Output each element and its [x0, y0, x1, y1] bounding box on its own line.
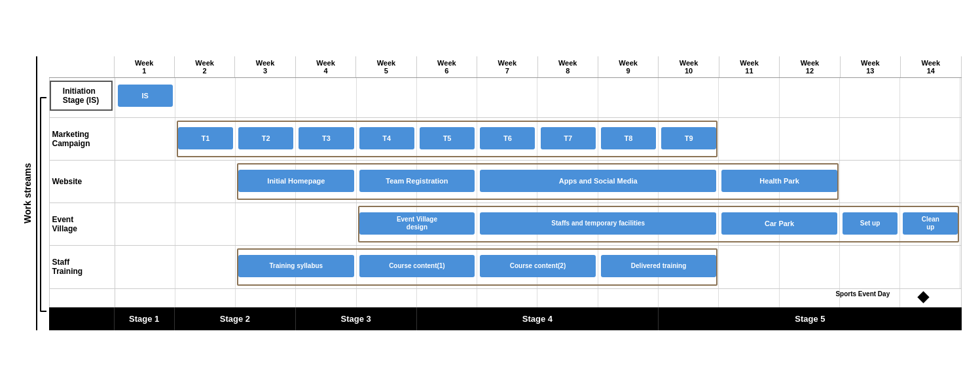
st-cell-14: [900, 246, 960, 288]
ws-cell-5: [357, 161, 417, 203]
ws-cell-12: [780, 161, 840, 203]
event-village-label: EventVillage: [50, 203, 115, 245]
week-header-6: Week6: [417, 56, 477, 77]
ws-cell-2: [175, 161, 236, 203]
stage-3: Stage 3: [296, 307, 417, 330]
mc-cell-7: [477, 118, 537, 160]
ws-cell-13: [840, 161, 900, 203]
gantt-main: Week1 Week2 Week3 Week4 Week5 Week6 Week…: [49, 56, 962, 330]
cell-is-9: [598, 78, 659, 117]
mc-cell-8: [537, 118, 598, 160]
mc-cell-10: [659, 118, 719, 160]
week-header-5: Week5: [356, 56, 416, 77]
mc-cell-5: [357, 118, 417, 160]
cell-is-10: [659, 78, 719, 117]
stage-2: Stage 2: [175, 307, 296, 330]
ev-cell-8: [537, 203, 598, 245]
st-cell-13: [840, 246, 900, 288]
week-header-14: Week14: [901, 56, 961, 77]
st-cell-5: [357, 246, 417, 288]
cell-is-7: [477, 78, 537, 117]
st-cell-2: [175, 246, 236, 288]
cell-is-6: [417, 78, 477, 117]
ws-cell-8: [537, 161, 598, 203]
mc-cell-13: [840, 118, 900, 160]
ev-cell-7: [477, 203, 537, 245]
mc-cell-11: [719, 118, 779, 160]
ev-cell-5: [357, 203, 417, 245]
week-header-10: Week10: [659, 56, 719, 77]
st-cell-8: [537, 246, 598, 288]
mc-cell-2: [175, 118, 236, 160]
week-header-8: Week8: [538, 56, 598, 77]
week-header-3: Week3: [235, 56, 295, 77]
week-header-7: Week7: [477, 56, 537, 77]
sports-event-row: Sports Event Day: [49, 289, 962, 307]
stage-5: Stage 5: [659, 307, 961, 330]
week-header-2: Week2: [175, 56, 235, 77]
ws-cell-3: [236, 161, 296, 203]
ws-cell-7: [477, 161, 537, 203]
stage-4: Stage 4: [417, 307, 659, 330]
ev-cell-6: [417, 203, 477, 245]
staff-training-label: StaffTraining: [50, 246, 115, 288]
ws-cell-4: [296, 161, 356, 203]
event-village-row: EventVillage: [50, 203, 961, 246]
mc-cell-4: [296, 118, 356, 160]
mc-cell-9: [598, 118, 659, 160]
ev-cell-9: [598, 203, 659, 245]
mc-cell-12: [780, 118, 840, 160]
st-cell-11: [719, 246, 779, 288]
week-header-11: Week11: [719, 56, 780, 77]
st-cell-12: [780, 246, 840, 288]
ev-cell-4: [296, 203, 356, 245]
ev-cell-10: [659, 203, 719, 245]
st-cell-6: [417, 246, 477, 288]
ws-cell-11: [719, 161, 779, 203]
mc-cell-3: [236, 118, 296, 160]
ev-cell-1: [115, 203, 175, 245]
marketing-label: MarketingCampaign: [50, 118, 115, 160]
week-header-9: Week9: [598, 56, 659, 77]
mc-cell-1: [115, 118, 175, 160]
ev-cell-2: [175, 203, 236, 245]
y-axis-label: Work streams: [19, 56, 37, 330]
header-label-col: [49, 56, 115, 77]
website-label: Website: [50, 161, 115, 203]
ws-cell-6: [417, 161, 477, 203]
st-cell-1: [115, 246, 175, 288]
week-header-4: Week4: [296, 56, 356, 77]
st-cell-7: [477, 246, 537, 288]
cell-is-11: [719, 78, 779, 117]
ev-cell-12: [780, 203, 840, 245]
cell-is-4: [296, 78, 356, 117]
week-header-13: Week13: [841, 56, 901, 77]
ws-cell-1: [115, 161, 175, 203]
stage-1: Stage 1: [115, 307, 175, 330]
cell-is-14: [900, 78, 960, 117]
week-header-12: Week12: [780, 56, 840, 77]
st-cell-3: [236, 246, 296, 288]
cell-is-2: [175, 78, 236, 117]
week-header-1: Week1: [115, 56, 175, 77]
mc-cell-6: [417, 118, 477, 160]
stage-empty: [49, 307, 115, 330]
cell-is-12: [780, 78, 840, 117]
content-area: InitiationStage (IS): [49, 78, 962, 289]
ev-cell-13: [840, 203, 900, 245]
ws-cell-10: [659, 161, 719, 203]
st-cell-9: [598, 246, 659, 288]
cell-is-3: [236, 78, 296, 117]
st-cell-10: [659, 246, 719, 288]
gantt-chart: Work streams Week1 Week2 Week3 Week4 Wee…: [12, 50, 968, 337]
website-row: Website: [50, 161, 961, 203]
marketing-row: MarketingCampaign: [50, 118, 961, 161]
cell-is-5: [357, 78, 417, 117]
stage-row: Stage 1 Stage 2 Stage 3 Stage 4 Stage 5: [49, 307, 962, 330]
initiation-label: InitiationStage (IS): [50, 78, 115, 117]
header-row: Week1 Week2 Week3 Week4 Week5 Week6 Week…: [49, 56, 962, 78]
ws-cell-14: [900, 161, 960, 203]
staff-training-row: StaffTraining: [50, 246, 961, 288]
mc-cell-14: [900, 118, 960, 160]
cell-is-8: [537, 78, 598, 117]
